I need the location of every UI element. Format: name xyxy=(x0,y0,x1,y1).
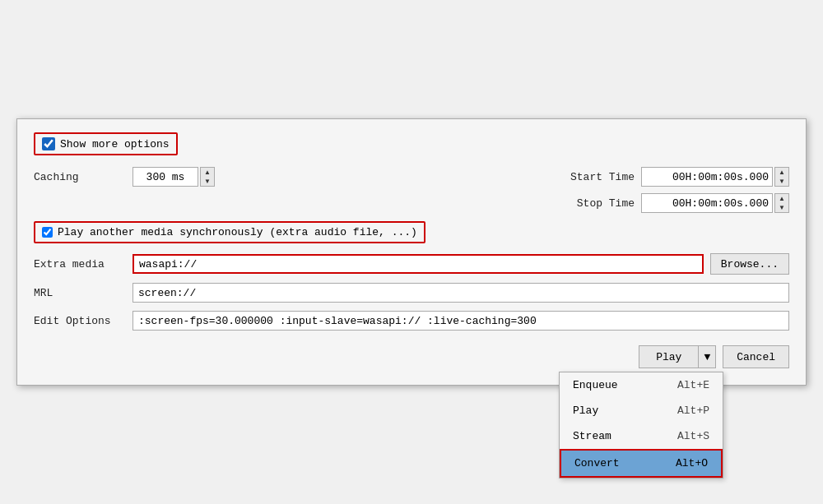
caching-input-wrapper: ▲ ▼ xyxy=(133,167,215,187)
time-section: Start Time ▲ ▼ Stop Time ▲ ▼ xyxy=(542,167,789,213)
start-time-row: Start Time ▲ ▼ xyxy=(542,167,789,187)
caching-down-btn[interactable]: ▼ xyxy=(201,177,214,186)
dialog: Show more options Caching ▲ ▼ Start Time… xyxy=(16,118,807,386)
stop-time-row: Stop Time ▲ ▼ xyxy=(542,193,789,213)
menu-item-convert[interactable]: Convert Alt+O xyxy=(560,449,723,478)
menu-item-stream[interactable]: Stream Alt+S xyxy=(560,423,723,449)
show-more-options-text: Show more options xyxy=(60,138,170,150)
dropdown-arrow-icon: ▼ xyxy=(704,351,710,363)
menu-item-enqueue-label: Enqueue xyxy=(573,379,618,391)
sync-checkbox-row: Play another media synchronously (extra … xyxy=(34,221,789,243)
edit-options-input[interactable] xyxy=(133,311,789,331)
start-time-input[interactable] xyxy=(641,167,773,187)
caching-section: Caching ▲ ▼ xyxy=(34,167,542,187)
stop-time-wrapper: ▲ ▼ xyxy=(641,193,789,213)
sync-text: Play another media synchronously (extra … xyxy=(58,226,417,238)
mrl-row: MRL xyxy=(34,283,789,303)
start-time-down-btn[interactable]: ▼ xyxy=(775,177,788,186)
show-more-row: Show more options xyxy=(34,132,789,155)
menu-item-enqueue[interactable]: Enqueue Alt+E xyxy=(560,372,723,398)
browse-button[interactable]: Browse... xyxy=(710,253,789,275)
start-time-wrapper: ▲ ▼ xyxy=(641,167,789,187)
mrl-label: MRL xyxy=(34,287,133,299)
mrl-input[interactable] xyxy=(133,283,789,303)
dropdown-menu: Enqueue Alt+E Play Alt+P Stream Alt+S Co… xyxy=(559,372,723,479)
menu-item-convert-label: Convert xyxy=(574,457,620,469)
caching-and-time-row: Caching ▲ ▼ Start Time ▲ ▼ xyxy=(34,167,789,213)
play-btn-group: Play ▼ xyxy=(639,345,716,368)
start-time-label: Start Time xyxy=(542,171,641,183)
stop-time-input[interactable] xyxy=(641,193,773,213)
menu-item-play-label: Play xyxy=(573,405,598,417)
start-time-up-btn[interactable]: ▲ xyxy=(775,168,788,177)
caching-input[interactable] xyxy=(133,167,198,187)
caching-label: Caching xyxy=(34,171,133,183)
menu-item-play-shortcut: Alt+P xyxy=(677,405,709,417)
edit-options-row: Edit Options xyxy=(34,311,789,331)
extra-media-label: Extra media xyxy=(34,258,133,270)
play-dropdown-button[interactable]: ▼ xyxy=(698,345,716,368)
menu-item-enqueue-shortcut: Alt+E xyxy=(677,379,709,391)
play-button[interactable]: Play xyxy=(639,345,698,368)
show-more-options-checkbox[interactable] xyxy=(42,137,55,150)
stop-time-up-btn[interactable]: ▲ xyxy=(775,194,788,203)
sync-checkbox[interactable] xyxy=(42,227,53,238)
menu-item-stream-label: Stream xyxy=(573,430,611,442)
menu-item-stream-shortcut: Alt+S xyxy=(677,430,709,442)
start-time-spinner: ▲ ▼ xyxy=(774,167,789,187)
cancel-button[interactable]: Cancel xyxy=(723,345,789,368)
edit-options-label: Edit Options xyxy=(34,315,133,327)
stop-time-spinner: ▲ ▼ xyxy=(774,193,789,213)
sync-label[interactable]: Play another media synchronously (extra … xyxy=(34,221,425,243)
stop-time-down-btn[interactable]: ▼ xyxy=(775,203,788,212)
menu-item-convert-shortcut: Alt+O xyxy=(676,457,708,469)
menu-item-play[interactable]: Play Alt+P xyxy=(560,398,723,423)
extra-media-row: Extra media Browse... xyxy=(34,253,789,275)
extra-media-input[interactable] xyxy=(133,254,704,274)
button-row: Play ▼ Cancel Enqueue Alt+E Play Alt+P S… xyxy=(34,345,789,368)
caching-spinner: ▲ ▼ xyxy=(200,167,215,187)
stop-time-label: Stop Time xyxy=(542,197,641,210)
caching-up-btn[interactable]: ▲ xyxy=(201,168,214,177)
show-more-options-label[interactable]: Show more options xyxy=(34,132,178,155)
